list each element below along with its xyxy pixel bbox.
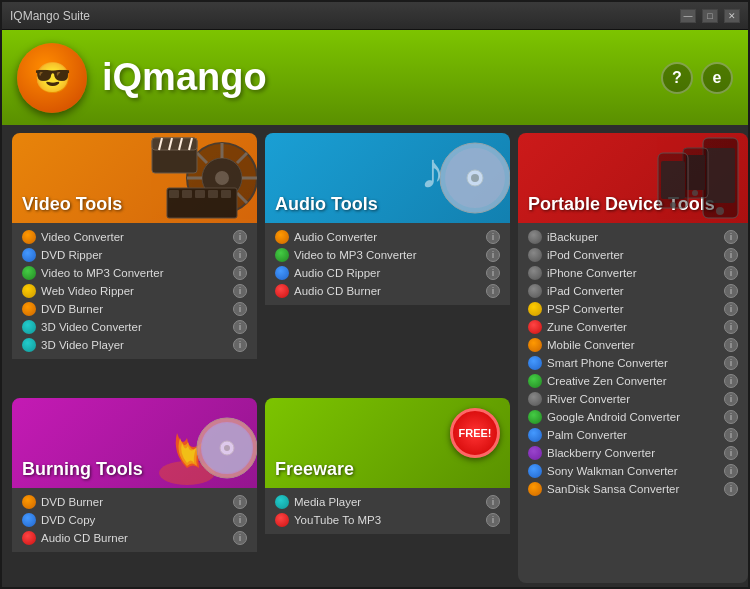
list-item[interactable]: Audio CD Ripper i	[273, 264, 502, 282]
info-button[interactable]: i	[486, 284, 500, 298]
list-item[interactable]: Blackberry Converter i	[526, 444, 740, 462]
info-button[interactable]: i	[724, 410, 738, 424]
tool-icon	[275, 248, 289, 262]
tool-item-left: Audio CD Burner	[22, 531, 128, 545]
minimize-button[interactable]: —	[680, 9, 696, 23]
list-item[interactable]: iBackuper i	[526, 228, 740, 246]
info-button[interactable]: i	[233, 495, 247, 509]
list-item[interactable]: YouTube To MP3 i	[273, 511, 502, 529]
svg-point-36	[670, 202, 676, 208]
svg-rect-35	[661, 161, 685, 199]
svg-point-30	[716, 207, 724, 215]
info-button[interactable]: i	[724, 230, 738, 244]
list-item[interactable]: DVD Copy i	[20, 511, 249, 529]
list-item[interactable]: DVD Burner i	[20, 493, 249, 511]
list-item[interactable]: iPad Converter i	[526, 282, 740, 300]
list-item[interactable]: Smart Phone Converter i	[526, 354, 740, 372]
list-item[interactable]: Creative Zen Converter i	[526, 372, 740, 390]
info-button[interactable]: i	[724, 356, 738, 370]
list-item[interactable]: Google Android Converter i	[526, 408, 740, 426]
list-item[interactable]: DVD Burner i	[20, 300, 249, 318]
list-item[interactable]: SanDisk Sansa Converter i	[526, 480, 740, 498]
list-item[interactable]: Sony Walkman Converter i	[526, 462, 740, 480]
list-item[interactable]: Web Video Ripper i	[20, 282, 249, 300]
tool-icon	[22, 495, 36, 509]
info-button[interactable]: i	[724, 374, 738, 388]
info-button[interactable]: i	[233, 230, 247, 244]
list-item[interactable]: Video to MP3 Converter i	[273, 246, 502, 264]
info-button[interactable]: i	[233, 531, 247, 545]
info-button[interactable]: i	[724, 266, 738, 280]
brand-name: iQmango	[102, 56, 267, 99]
app-header: 😎 iQmango ? e	[2, 30, 748, 125]
info-button[interactable]: i	[233, 338, 247, 352]
tool-label: Audio CD Burner	[41, 532, 128, 544]
info-button[interactable]: i	[724, 320, 738, 334]
info-button[interactable]: i	[724, 464, 738, 478]
tool-item-left: Blackberry Converter	[528, 446, 655, 460]
help-button[interactable]: ?	[661, 62, 693, 94]
audio-tools-header: Audio Tools ♪	[265, 133, 510, 223]
svg-rect-19	[182, 190, 192, 198]
tool-label: Video Converter	[41, 231, 124, 243]
list-item[interactable]: DVD Ripper i	[20, 246, 249, 264]
audio-tools-title: Audio Tools	[275, 195, 378, 215]
tool-label: Audio CD Ripper	[294, 267, 380, 279]
info-button[interactable]: i	[724, 338, 738, 352]
maximize-button[interactable]: □	[702, 9, 718, 23]
tool-icon	[528, 284, 542, 298]
tool-item-left: YouTube To MP3	[275, 513, 381, 527]
tool-icon	[22, 338, 36, 352]
info-button[interactable]: i	[724, 284, 738, 298]
list-item[interactable]: Mobile Converter i	[526, 336, 740, 354]
list-item[interactable]: PSP Converter i	[526, 300, 740, 318]
about-button[interactable]: e	[701, 62, 733, 94]
tool-label: SanDisk Sansa Converter	[547, 483, 679, 495]
info-button[interactable]: i	[724, 446, 738, 460]
list-item[interactable]: Media Player i	[273, 493, 502, 511]
list-item[interactable]: iPod Converter i	[526, 246, 740, 264]
info-button[interactable]: i	[724, 482, 738, 496]
info-button[interactable]: i	[724, 428, 738, 442]
tool-label: Audio Converter	[294, 231, 377, 243]
list-item[interactable]: Audio CD Burner i	[273, 282, 502, 300]
list-item[interactable]: Video to MP3 Converter i	[20, 264, 249, 282]
tool-icon	[528, 248, 542, 262]
tool-label: Audio CD Burner	[294, 285, 381, 297]
tool-item-left: iPhone Converter	[528, 266, 637, 280]
info-button[interactable]: i	[724, 248, 738, 262]
info-button[interactable]: i	[233, 302, 247, 316]
tool-icon	[22, 513, 36, 527]
list-item[interactable]: Audio CD Burner i	[20, 529, 249, 547]
tool-label: iPhone Converter	[547, 267, 637, 279]
list-item[interactable]: Video Converter i	[20, 228, 249, 246]
video-tools-list: Video Converter i DVD Ripper i Video to …	[12, 223, 257, 359]
list-item[interactable]: iRiver Converter i	[526, 390, 740, 408]
info-button[interactable]: i	[486, 495, 500, 509]
tool-label: Blackberry Converter	[547, 447, 655, 459]
info-button[interactable]: i	[233, 284, 247, 298]
tool-icon	[22, 531, 36, 545]
info-button[interactable]: i	[724, 392, 738, 406]
info-button[interactable]: i	[486, 248, 500, 262]
info-button[interactable]: i	[233, 320, 247, 334]
list-item[interactable]: Palm Converter i	[526, 426, 740, 444]
info-button[interactable]: i	[233, 266, 247, 280]
info-button[interactable]: i	[233, 248, 247, 262]
list-item[interactable]: Zune Converter i	[526, 318, 740, 336]
close-button[interactable]: ✕	[724, 9, 740, 23]
info-button[interactable]: i	[486, 266, 500, 280]
info-button[interactable]: i	[233, 513, 247, 527]
list-item[interactable]: 3D Video Player i	[20, 336, 249, 354]
list-item[interactable]: Audio Converter i	[273, 228, 502, 246]
info-button[interactable]: i	[486, 230, 500, 244]
tool-label: DVD Copy	[41, 514, 95, 526]
list-item[interactable]: 3D Video Converter i	[20, 318, 249, 336]
list-item[interactable]: iPhone Converter i	[526, 264, 740, 282]
info-button[interactable]: i	[486, 513, 500, 527]
tool-label: YouTube To MP3	[294, 514, 381, 526]
burning-tools-card: Burning Tools	[12, 398, 257, 583]
svg-point-41	[224, 445, 230, 451]
info-button[interactable]: i	[724, 302, 738, 316]
freeware-list: Media Player i YouTube To MP3 i	[265, 488, 510, 534]
